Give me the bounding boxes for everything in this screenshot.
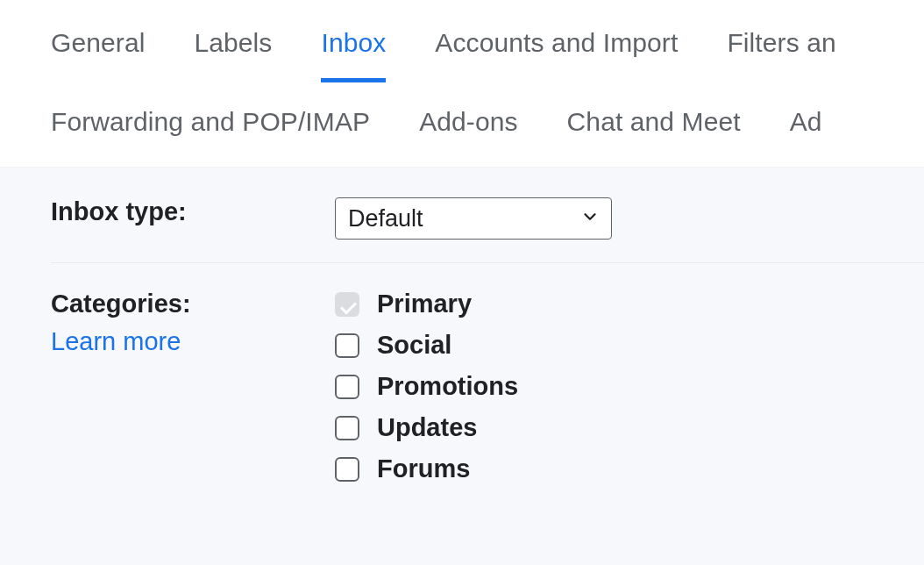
checkbox-label-primary: Primary	[377, 290, 472, 318]
category-item-promotions: Promotions	[335, 372, 924, 401]
inbox-type-row: Inbox type: Default	[51, 197, 924, 262]
categories-label-col: Categories: Learn more	[51, 290, 335, 356]
checkbox-primary	[335, 292, 359, 317]
category-item-updates: Updates	[335, 413, 924, 442]
tab-inbox[interactable]: Inbox	[321, 23, 386, 63]
category-item-primary: Primary	[335, 290, 924, 318]
categories-label: Categories:	[51, 290, 335, 318]
tabs-row-1: General Labels Inbox Accounts and Import…	[51, 23, 924, 63]
inbox-type-select[interactable]: Default	[335, 197, 612, 240]
checkbox-promotions[interactable]	[335, 375, 359, 399]
categories-control-col: Primary Social Promotions Updates Forums	[335, 290, 924, 483]
tabs-row-2: Forwarding and POP/IMAP Add-ons Chat and…	[51, 102, 924, 167]
tab-advanced[interactable]: Ad	[790, 102, 822, 142]
tab-labels[interactable]: Labels	[194, 23, 272, 63]
settings-tabs: General Labels Inbox Accounts and Import…	[0, 0, 924, 167]
inbox-type-label-col: Inbox type:	[51, 197, 335, 226]
checkbox-label-promotions: Promotions	[377, 372, 518, 401]
settings-content: Inbox type: Default Categories: Learn mo…	[0, 167, 924, 565]
inbox-type-control-col: Default	[335, 197, 924, 240]
tab-forwarding-pop-imap[interactable]: Forwarding and POP/IMAP	[51, 102, 370, 142]
checkbox-forums[interactable]	[335, 457, 359, 482]
learn-more-link[interactable]: Learn more	[51, 327, 181, 356]
categories-row: Categories: Learn more Primary Social Pr…	[51, 263, 924, 483]
checkbox-label-forums: Forums	[377, 454, 470, 483]
tab-accounts-and-import[interactable]: Accounts and Import	[435, 23, 678, 63]
category-item-forums: Forums	[335, 454, 924, 483]
checkbox-label-social: Social	[377, 331, 451, 360]
tab-addons[interactable]: Add-ons	[419, 102, 517, 142]
checkbox-label-updates: Updates	[377, 413, 477, 442]
category-item-social: Social	[335, 331, 924, 360]
tab-filters[interactable]: Filters an	[727, 23, 835, 63]
tab-chat-and-meet[interactable]: Chat and Meet	[567, 102, 741, 142]
tab-general[interactable]: General	[51, 23, 145, 63]
checkbox-updates[interactable]	[335, 416, 359, 440]
inbox-type-select-wrapper: Default	[335, 197, 612, 240]
checkbox-social[interactable]	[335, 333, 359, 358]
categories-checkbox-list: Primary Social Promotions Updates Forums	[335, 290, 924, 483]
inbox-type-label: Inbox type:	[51, 197, 187, 225]
